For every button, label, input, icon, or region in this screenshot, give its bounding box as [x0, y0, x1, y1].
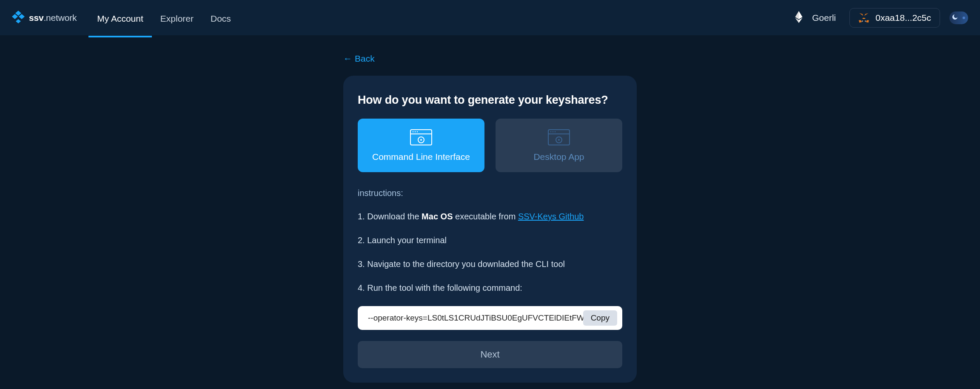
wallet-address: 0xaa18...2c5c [875, 13, 931, 23]
metamask-icon [858, 13, 869, 23]
svg-point-18 [415, 131, 416, 132]
svg-point-28 [558, 139, 560, 141]
next-button[interactable]: Next [358, 341, 622, 368]
svg-marker-13 [865, 20, 866, 22]
sun-dot-icon [963, 17, 965, 19]
svg-point-19 [417, 131, 418, 132]
svg-marker-12 [862, 20, 863, 22]
back-label: Back [355, 54, 375, 64]
keyshares-card: How do you want to generate your keyshar… [343, 76, 637, 383]
step-1-bold: Mac OS [422, 212, 453, 221]
step-1-mid: executable from [453, 212, 518, 221]
logo-icon [12, 11, 25, 25]
step-4: 4. Run the tool with the following comma… [358, 282, 622, 293]
wallet-button[interactable]: 0xaa18...2c5c [849, 8, 940, 28]
svg-marker-0 [15, 11, 21, 16]
option-cli[interactable]: Command Line Interface [358, 119, 484, 172]
card-title: How do you want to generate your keyshar… [358, 94, 622, 107]
svg-marker-14 [862, 17, 866, 19]
arrow-left-icon: ← [343, 54, 352, 64]
svg-point-24 [550, 131, 551, 132]
step-1: 1. Download the Mac OS executable from S… [358, 211, 622, 222]
copy-button[interactable]: Copy [583, 310, 617, 326]
main-nav: My Account Explorer Docs [88, 0, 239, 36]
svg-marker-8 [864, 13, 868, 16]
ssv-keys-github-link[interactable]: SSV-Keys Github [518, 212, 584, 221]
svg-marker-3 [16, 19, 21, 23]
desktop-window-icon [547, 129, 570, 146]
instructions-label: instructions: [358, 188, 622, 198]
nav-docs[interactable]: Docs [202, 2, 239, 37]
svg-marker-1 [12, 14, 18, 19]
option-desktop[interactable]: Desktop App [496, 119, 622, 172]
svg-point-26 [555, 131, 556, 132]
app-header: ssv.network My Account Explorer Docs Goe… [0, 0, 980, 36]
svg-marker-11 [859, 20, 862, 23]
command-row: Copy [358, 306, 622, 330]
option-cli-label: Command Line Interface [372, 152, 470, 162]
theme-toggle[interactable] [949, 11, 968, 24]
logo-text: ssv.network [29, 13, 77, 23]
svg-marker-4 [799, 11, 803, 19]
network-name: Goerli [812, 13, 836, 23]
nav-explorer[interactable]: Explorer [152, 2, 202, 37]
nav-my-account[interactable]: My Account [88, 2, 152, 37]
step-3: 3. Navigate to the directory you downlad… [358, 258, 622, 270]
svg-marker-2 [19, 14, 25, 19]
option-desktop-label: Desktop App [533, 152, 584, 162]
terminal-window-icon [410, 129, 433, 146]
svg-marker-9 [860, 13, 863, 16]
back-row: ← Back [343, 54, 637, 64]
svg-point-21 [420, 139, 422, 141]
ethereum-icon [795, 11, 803, 25]
svg-marker-10 [866, 20, 869, 23]
option-group: Command Line Interface Desktop App [358, 119, 622, 172]
moon-icon [952, 14, 958, 22]
step-2: 2. Launch your terminal [358, 235, 622, 246]
svg-point-17 [413, 131, 413, 132]
svg-marker-5 [795, 11, 799, 19]
back-link[interactable]: ← Back [343, 54, 375, 64]
step-1-prefix: 1. Download the [358, 212, 422, 221]
command-input[interactable] [368, 313, 583, 323]
header-right: Goerli 0xaa18...2c5c [795, 8, 968, 28]
logo[interactable]: ssv.network [12, 11, 77, 25]
main-content: ← Back How do you want to generate your … [0, 36, 980, 383]
svg-point-25 [553, 131, 553, 132]
